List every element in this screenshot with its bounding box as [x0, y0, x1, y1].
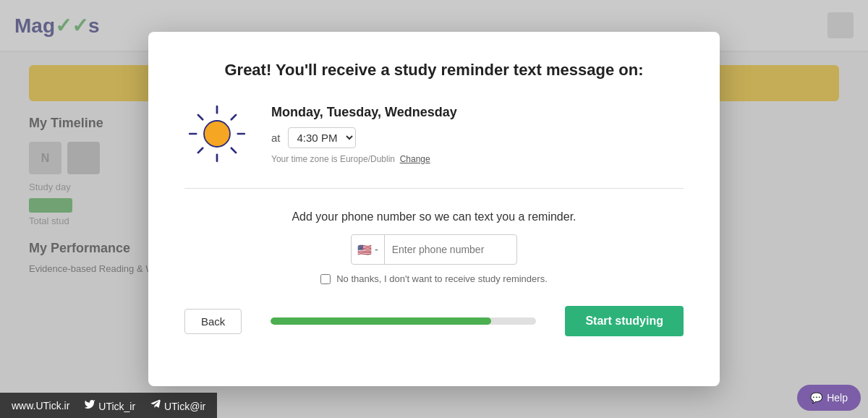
modal-footer: Back Start studying	[184, 306, 684, 336]
flag-emoji: 🇺🇸	[357, 243, 372, 257]
help-button[interactable]: 💬 Help	[797, 385, 861, 411]
schedule-details: Monday, Tuesday, Wednesday at 4:30 PM 4:…	[271, 101, 457, 164]
modal-dialog: Great! You'll receive a study reminder t…	[148, 32, 720, 386]
no-thanks-row: No thanks, I don't want to receive study…	[184, 273, 684, 284]
phone-label: Add your phone number so we can text you…	[184, 210, 684, 223]
no-thanks-text: No thanks, I don't want to receive study…	[336, 273, 548, 284]
telegram-icon	[150, 398, 161, 410]
phone-section: Add your phone number so we can text you…	[184, 210, 684, 284]
svg-line-5	[231, 148, 236, 153]
svg-line-6	[231, 115, 236, 119]
sun-svg	[184, 101, 250, 166]
timezone-label: Your time zone is Europe/Dublin	[271, 154, 395, 164]
progress-bar-container	[271, 317, 536, 325]
flag-dash: -	[375, 244, 378, 255]
phone-input[interactable]	[385, 235, 508, 264]
help-label: Help	[827, 392, 848, 404]
days-text: Monday, Tuesday, Wednesday	[271, 105, 457, 120]
svg-line-7	[198, 148, 203, 153]
watermark-twitter: UTick_ir	[84, 398, 135, 412]
time-row: at 4:30 PM 4:00 PM 5:00 PM 5:30 PM 6:00 …	[271, 127, 457, 148]
watermark-website: www.UTick.ir	[12, 400, 69, 411]
watermark-telegram: UTick@ir	[150, 398, 205, 412]
svg-line-4	[198, 115, 203, 119]
start-studying-button[interactable]: Start studying	[565, 306, 684, 336]
sun-icon-container	[184, 101, 250, 166]
phone-input-wrapper: 🇺🇸 -	[351, 234, 517, 265]
modal-overlay: Great! You'll receive a study reminder t…	[0, 0, 868, 418]
no-thanks-checkbox[interactable]	[320, 274, 331, 284]
schedule-section: Monday, Tuesday, Wednesday at 4:30 PM 4:…	[184, 101, 684, 189]
timezone-change-link[interactable]: Change	[400, 154, 430, 164]
back-button[interactable]: Back	[184, 309, 242, 334]
timezone-text: Your time zone is Europe/Dublin Change	[271, 154, 457, 164]
at-label: at	[271, 132, 281, 144]
progress-bar-fill	[271, 317, 491, 325]
modal-title: Great! You'll receive a study reminder t…	[184, 61, 684, 80]
chat-icon: 💬	[810, 392, 822, 404]
watermark: www.UTick.ir UTick_ir UTick@ir	[0, 393, 217, 418]
time-select[interactable]: 4:30 PM 4:00 PM 5:00 PM 5:30 PM 6:00 PM	[288, 127, 356, 148]
twitter-icon	[84, 398, 95, 410]
flag-section[interactable]: 🇺🇸 -	[352, 235, 385, 264]
svg-point-8	[204, 121, 230, 147]
